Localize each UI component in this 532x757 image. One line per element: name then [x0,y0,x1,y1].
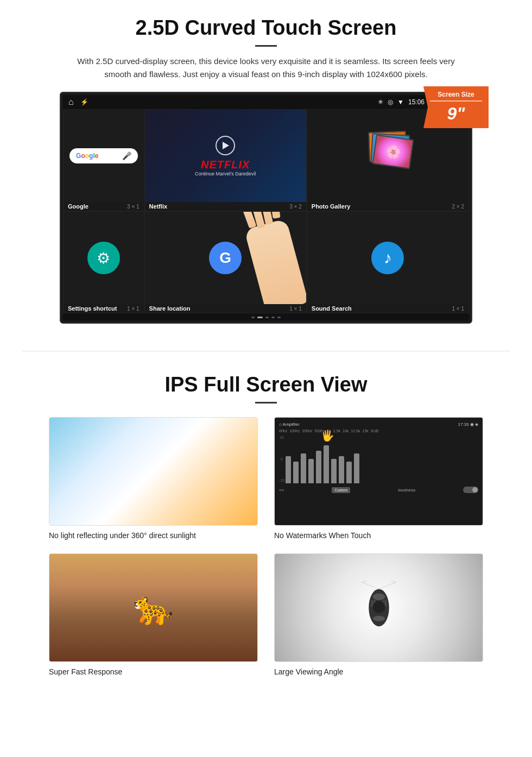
amp-bottom-controls: << Custom loudness [279,487,478,493]
settings-cell-inner: ⚙ [64,212,144,304]
screen-size-badge: Screen Size 9" [423,86,489,128]
photo-gallery-label: Photo Gallery 2 × 2 [307,202,468,211]
amp-freq-labels: 60hz 100hz 200hz 500hz 1k 2.5k 10k 12.5k… [279,429,478,433]
feature-img-amplifier: ⌂ Amplifier 17:33 ◉ ◈ 60hz 100hz 200hz 5… [274,417,483,526]
db-10: 10 [279,436,284,439]
dot-5 [277,317,281,318]
freq-100: 100hz [289,429,300,433]
section-ips: IPS Full Screen View No light reflecting… [0,368,532,687]
viewing-angle-lines [362,582,396,589]
location-icon: ◎ [388,98,393,106]
device-wrapper: Screen Size 9" ⌂ ⚡ ✳ ◎ ▼ 15:06 ◉ ◈ ⊠ [60,92,472,324]
amp-custom-button[interactable]: Custom [332,487,350,493]
usb-icon: ⚡ [80,98,88,106]
eq-bar-1 [286,456,291,483]
freq-12k5: 12.5k [351,429,360,433]
bluetooth-icon: ✳ [378,98,383,106]
section2-title: IPS Full Screen View [33,373,499,396]
amp-home: ⌂ Amplifier [279,422,300,427]
touch-hand-icon: 🖐 [321,429,334,442]
feature-cheetah: 🐆 Super Fast Response [49,553,258,676]
dot-3 [265,317,269,318]
settings-label: Settings shortcut 1 × 1 [64,304,144,313]
settings-name: Settings shortcut [68,305,117,312]
car-visual [275,554,483,661]
sound-search-bg: ♪ [307,212,468,304]
home-icon[interactable]: ⌂ [68,97,74,107]
netflix-name: Netflix [149,203,168,210]
eq-bar-3 [301,453,306,483]
amp-loudness-toggle[interactable] [463,487,478,493]
windshield-front [372,594,385,601]
feature-caption-watermarks: No Watermarks When Touch [274,531,483,540]
play-button[interactable] [216,136,235,155]
netflix-brand: NETFLIX [201,159,250,171]
section1-description: With 2.5D curved-display screen, this de… [76,55,456,81]
share-location-name: Share location [149,305,191,312]
dot-1 [251,317,255,318]
db-neg10: -10 [279,478,284,482]
google-maps-icon: G [209,242,242,274]
cheetah-emoji: 🐆 [133,589,174,627]
google-cell-inner: Google 🎤 [64,110,144,202]
freq-200: 200hz [302,429,312,433]
photo-stack: 🌸 [363,131,412,180]
google-grid: 3 × 1 [127,204,140,210]
app-cell-netflix[interactable]: NETFLIX Continue Marvel's Daredevil Netf… [144,109,307,211]
photo-gallery-grid: 2 × 2 [452,204,464,210]
freq-15k: 15k [362,429,368,433]
feature-grid: No light reflecting under 360° direct su… [33,417,499,676]
toggle-knob [472,487,478,493]
app-cell-sound-search[interactable]: ♪ Sound Search 1 × 1 [307,211,469,313]
feature-img-car [274,553,483,662]
cheetah-visual: 🐆 [49,554,257,661]
eq-bar-10 [354,453,359,483]
feature-img-sunlight [49,417,258,526]
wifi-icon: ▼ [397,98,404,106]
hand-overlay [241,212,306,304]
feature-caption-car: Large Viewing Angle [274,667,483,676]
badge-size: 9" [430,104,482,124]
share-location-grid: 1 × 1 [289,306,302,312]
netflix-subtitle: Continue Marvel's Daredevil [195,171,256,176]
sound-search-grid: 1 × 1 [452,306,464,312]
app-cell-share-location[interactable]: G [144,211,307,313]
app-cell-settings[interactable]: ⚙ Settings shortcut 1 × 1 [63,211,144,313]
statusbar-left: ⌂ ⚡ [68,97,88,107]
badge-divider [430,100,482,102]
amp-time: 17:33 ◉ ◈ [458,422,478,427]
feature-caption-cheetah: Super Fast Response [49,667,258,676]
amp-loudness-label: loudness [398,488,415,493]
device-statusbar: ⌂ ⚡ ✳ ◎ ▼ 15:06 ◉ ◈ ⊠ ▭ [63,95,469,109]
title-divider [255,45,277,47]
windshield-rear [372,616,385,621]
amp-nav-prev[interactable]: << [279,488,284,493]
feature-amplifier: ⌂ Amplifier 17:33 ◉ ◈ 60hz 100hz 200hz 5… [274,417,483,540]
eq-bar-2 [293,462,299,483]
play-triangle [223,142,229,149]
share-location-inner: G [145,212,306,304]
eq-bar-6-hand: 🖐 [324,445,329,483]
sound-search-name: Sound Search [312,305,352,312]
badge-label: Screen Size [430,91,482,98]
share-location-bg: G [145,212,306,304]
google-search-bar[interactable]: Google 🎤 [69,148,137,163]
apps-bottom-row: ⚙ Settings shortcut 1 × 1 G [63,211,469,313]
settings-grid: 1 × 1 [127,306,140,312]
mic-icon: 🎤 [122,152,131,160]
hand-css [244,218,306,304]
sound-search-inner: ♪ [307,212,468,304]
google-label: Google 3 × 1 [64,202,144,211]
amplifier-visual: ⌂ Amplifier 17:33 ◉ ◈ 60hz 100hz 200hz 5… [275,418,483,525]
amp-side-labels: 10 0 -10 � [279,434,478,483]
eq-bar-7 [331,459,337,483]
freq-60: 60hz [279,429,287,433]
photo-card-1: 🌸 [372,134,414,169]
db-0: 0 [279,457,284,461]
amp-statusbar: ⌂ Amplifier 17:33 ◉ ◈ [279,422,478,427]
section1-title: 2.5D Curved Touch Screen [33,16,499,40]
app-cell-google[interactable]: Google 🎤 Google 3 × 1 [63,109,144,211]
eq-bar-4 [308,459,314,483]
feature-img-cheetah: 🐆 [49,553,258,662]
dot-indicators [63,313,469,320]
